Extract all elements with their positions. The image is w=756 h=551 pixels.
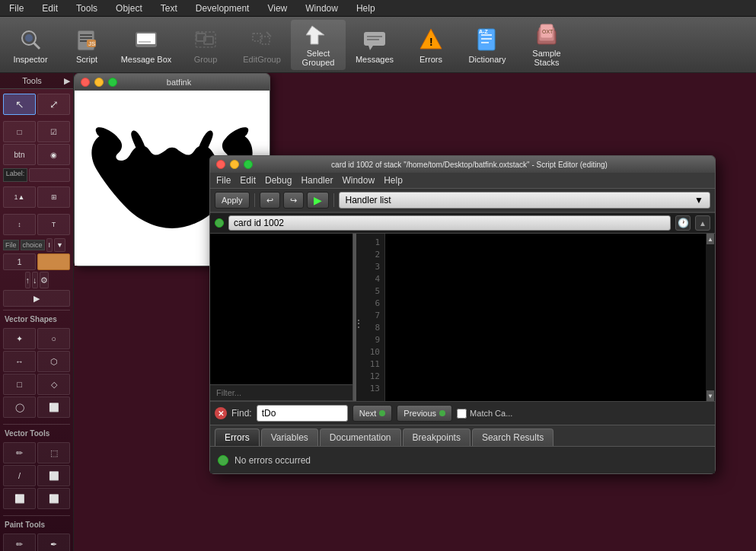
se-run-btn[interactable]: ▶ xyxy=(307,192,329,209)
menu-tools[interactable]: Tools xyxy=(73,2,100,15)
tool-arrow[interactable]: ↖ xyxy=(3,94,36,115)
toolbar-inspector-btn[interactable]: Inspector xyxy=(3,20,58,70)
vs-round[interactable]: ◯ xyxy=(3,397,36,418)
se-obj-clock-btn[interactable]: 🕐 xyxy=(675,215,691,231)
vt-line[interactable]: / xyxy=(3,465,36,486)
canvas-area: batfink xyxy=(74,73,756,551)
message-box-label: Message Box xyxy=(121,55,172,64)
tool-num-orange[interactable] xyxy=(37,253,70,270)
se-obj-status-dot xyxy=(215,218,224,228)
tool-scroll[interactable]: ↕ xyxy=(3,214,36,235)
tool-button[interactable]: btn xyxy=(3,144,36,165)
toolbar-group-btn[interactable]: Group xyxy=(178,20,233,70)
tool-label-field[interactable] xyxy=(29,168,70,182)
toolbar-editgroup-btn[interactable]: EditGroup xyxy=(234,20,289,70)
vs-arrow-h[interactable]: ↔ xyxy=(3,351,36,372)
se-find-input[interactable] xyxy=(257,405,348,422)
se-apply-btn[interactable]: Apply xyxy=(215,192,250,209)
menu-text[interactable]: Text xyxy=(158,2,180,15)
sample-stacks-icon: OXT xyxy=(533,23,560,47)
vt-move2[interactable]: ⬜ xyxy=(3,488,36,509)
se-handler-select[interactable]: Handler list ▼ xyxy=(339,192,710,209)
se-left-code-area xyxy=(210,234,352,384)
pt-brush[interactable]: ✒ xyxy=(37,533,70,551)
menu-development[interactable]: Development xyxy=(193,2,253,15)
sidebar-collapse-btn[interactable]: ▶ xyxy=(64,76,70,86)
se-find-label: Find: xyxy=(231,408,252,419)
tool-check[interactable]: ☑ xyxy=(37,121,70,142)
tool-radio[interactable]: ◉ xyxy=(37,144,70,165)
se-close-btn[interactable] xyxy=(216,160,225,169)
se-obj-arrow-btn[interactable]: ▲ xyxy=(695,215,710,231)
toolbar-script-btn[interactable]: JS Script xyxy=(59,20,114,70)
menu-window[interactable]: Window xyxy=(302,2,341,15)
tool-play[interactable]: ▶ xyxy=(3,290,70,307)
se-find-bar: ✕ Find: Next Previous Match Ca... xyxy=(210,401,715,425)
vs-hex[interactable]: ⬡ xyxy=(37,351,70,372)
tool-prev[interactable]: ↑ xyxy=(25,272,31,288)
se-menu-edit[interactable]: Edit xyxy=(240,175,256,186)
se-menu-help[interactable]: Help xyxy=(384,175,403,186)
vs-diamond[interactable]: ◇ xyxy=(37,374,70,395)
menu-edit[interactable]: Edit xyxy=(39,2,61,15)
tool-num1[interactable]: 1▲ xyxy=(3,186,36,208)
se-menu-file[interactable]: File xyxy=(216,175,231,186)
se-previous-btn[interactable]: Previous xyxy=(397,405,452,422)
se-tab-variables[interactable]: Variables xyxy=(261,428,318,446)
toolbar-messages-btn[interactable]: Messages xyxy=(347,20,402,70)
inspector-label: Inspector xyxy=(13,55,47,64)
se-undo-btn[interactable]: ↩ xyxy=(260,192,280,209)
vs-circle[interactable]: ○ xyxy=(37,328,70,349)
se-scroll-down-btn[interactable]: ▼ xyxy=(707,390,714,401)
se-tab-documentation[interactable]: Documentation xyxy=(320,428,401,446)
tool-arrow-v[interactable]: ▼ xyxy=(54,238,65,252)
menu-help[interactable]: Help xyxy=(353,2,378,15)
se-obj-name[interactable]: card id 1002 xyxy=(228,215,671,231)
se-tb-sep-2 xyxy=(333,193,334,207)
se-menu-window[interactable]: Window xyxy=(342,175,375,186)
tool-num[interactable]: 1 xyxy=(3,253,36,270)
pt-pencil[interactable]: ✏ xyxy=(3,533,36,551)
se-splitter[interactable] xyxy=(353,234,356,401)
se-menu-handler[interactable]: Handler xyxy=(301,175,333,186)
tool-text2[interactable]: T xyxy=(37,214,70,235)
se-match-case[interactable]: Match Ca... xyxy=(457,409,512,419)
se-redo-btn[interactable]: ↪ xyxy=(283,192,304,209)
se-filter-input[interactable] xyxy=(210,384,352,401)
toolbar-dictionary-btn[interactable]: A-Z Dictionary xyxy=(460,20,515,70)
tool-move[interactable]: ⤢ xyxy=(37,94,70,115)
toolbar-sample-stacks-btn[interactable]: OXT Sample Stacks xyxy=(516,20,577,70)
vs-rect[interactable]: □ xyxy=(3,374,36,395)
menu-file[interactable]: File xyxy=(6,2,27,15)
tools-grid-4: ↕ T xyxy=(0,211,73,238)
tool-rect[interactable]: □ xyxy=(3,121,36,142)
vs-star[interactable]: ✦ xyxy=(3,328,36,349)
vs-speech[interactable]: ⬜ xyxy=(37,397,70,418)
se-tab-search-results[interactable]: Search Results xyxy=(472,428,553,446)
vt-rotate[interactable]: ⬜ xyxy=(37,488,70,509)
se-scroll-up-btn[interactable]: ▲ xyxy=(707,234,714,244)
sidebar-divider-2 xyxy=(3,424,70,425)
se-code-area[interactable] xyxy=(385,234,706,401)
batfink-close-btn[interactable] xyxy=(81,78,90,87)
paint-tools-grid: ✏ ✒ ⬚ ⬜ ⬜ ⬜ ⬜ ⬜ ⬜ ⬜ ⬜ ⬜ xyxy=(0,530,73,551)
se-menu-debug[interactable]: Debug xyxy=(265,175,292,186)
menu-object[interactable]: Object xyxy=(113,2,145,15)
se-find-close-btn[interactable]: ✕ xyxy=(215,407,227,419)
toolbar-select-grouped-btn[interactable]: Select Grouped xyxy=(291,20,346,70)
toolbar-errors-btn[interactable]: ! Errors xyxy=(404,20,458,70)
se-tab-breakpoints[interactable]: Breakpoints xyxy=(403,428,471,446)
se-next-btn[interactable]: Next xyxy=(352,405,393,422)
vt-anchor[interactable]: ⬚ xyxy=(37,442,70,463)
vt-select[interactable]: ⬜ xyxy=(37,465,70,486)
toolbar-messagebox-btn[interactable]: Message Box xyxy=(116,20,177,70)
tool-gear[interactable]: ⚙ xyxy=(40,272,49,288)
tool-next[interactable]: ↓ xyxy=(32,272,38,288)
vt-pen[interactable]: ✏ xyxy=(3,442,36,463)
tool-grid[interactable]: ⊞ xyxy=(37,186,70,208)
menu-view[interactable]: View xyxy=(264,2,290,15)
tool-i[interactable]: I xyxy=(46,238,53,252)
se-tab-errors[interactable]: Errors xyxy=(215,428,260,446)
se-match-case-checkbox[interactable] xyxy=(457,409,467,419)
file-choice-row: File choice I ▼ xyxy=(0,238,73,252)
